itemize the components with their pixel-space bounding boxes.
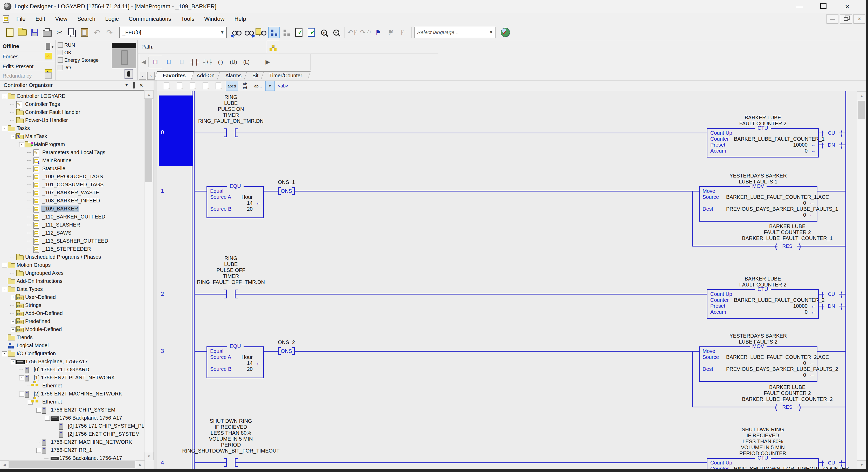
checkbox-ok[interactable] xyxy=(58,50,63,55)
forces-label[interactable]: Forces xyxy=(3,54,19,60)
tree-item-motion-groups[interactable]: -Motion Groups xyxy=(0,261,144,269)
tree-expander-icon[interactable]: - xyxy=(19,142,24,147)
tree-item-logical-model[interactable]: Logical Model xyxy=(0,342,144,350)
tree-item-i-o-configuration[interactable]: -I/O Configuration xyxy=(0,350,144,358)
tree-item--110-barker-outfeed[interactable]: _110_BARKER_OUTFEED xyxy=(0,213,144,221)
menu-view[interactable]: View xyxy=(50,16,72,22)
tree-expander-icon[interactable]: - xyxy=(45,416,50,421)
edits-label[interactable]: Edits Present xyxy=(3,64,33,69)
organizer-vthumb[interactable] xyxy=(145,99,152,182)
tree-item-strings[interactable]: Strings xyxy=(0,301,144,309)
tree-item-1756-en2t-rr-1[interactable]: -1756-EN2T RR_1 xyxy=(0,446,144,454)
tree-expander-icon[interactable]: + xyxy=(11,327,16,332)
tree-expander-icon[interactable]: + xyxy=(11,295,16,300)
ote-coil-button[interactable]: ( ) xyxy=(214,56,227,68)
cut-button[interactable]: ✂ xyxy=(54,26,66,39)
organizer-scroll-left-icon[interactable]: ◀ xyxy=(0,460,9,469)
tree-item--115-stepfeeder[interactable]: _115_STEPFEEDER xyxy=(0,245,144,253)
ons-instruction[interactable] xyxy=(294,187,295,195)
xic-contact[interactable] xyxy=(235,458,236,467)
xio-contact-button[interactable]: ┤/├ xyxy=(201,56,214,68)
tree-item-data-types[interactable]: -Data Types xyxy=(0,286,144,293)
ladder-scroll-down-icon[interactable]: ▼ xyxy=(857,460,866,469)
organizer-close-icon[interactable]: × xyxy=(139,81,143,89)
ladder-vscrollbar[interactable] xyxy=(857,91,866,469)
checkbox-run[interactable] xyxy=(58,42,63,48)
tree-item--109-barker[interactable]: _109_BARKER xyxy=(0,205,144,213)
tree-item-controller-logyard[interactable]: -Controller LOGYARD xyxy=(0,92,144,100)
tree-item--2-1756-en2t-chip-system[interactable]: [2] 1756-EN2T CHIP_SYSTEM xyxy=(0,430,144,438)
browse-tags-button[interactable] xyxy=(255,26,268,39)
copy-button[interactable] xyxy=(66,26,79,39)
tree-item-ungrouped-axes[interactable]: Ungrouped Axes xyxy=(0,269,144,277)
tree-item-add-on-instructions[interactable]: Add-On Instructions xyxy=(0,277,144,286)
tree-item--101-consumed-tags[interactable]: _101_CONSUMED_TAGS xyxy=(0,181,144,189)
tag-combo[interactable]: _FFU[0]▼ xyxy=(119,27,227,38)
tree-expander-icon[interactable]: - xyxy=(36,448,41,453)
paste-button[interactable] xyxy=(79,26,91,39)
rung-number[interactable]: 3 xyxy=(161,348,164,354)
maximize-button[interactable] xyxy=(818,3,829,11)
language-globe-button[interactable] xyxy=(499,26,512,39)
organizer-scroll-right-icon[interactable]: ▶ xyxy=(136,460,145,469)
rung-number[interactable]: 2 xyxy=(161,291,164,297)
tree-item-predefined[interactable]: +Predefined xyxy=(0,318,144,326)
tab-favorites[interactable]: Favorites xyxy=(154,71,194,80)
menu-window[interactable]: Window xyxy=(199,16,229,22)
edit-tag-name-button[interactable]: <ab> xyxy=(276,81,290,91)
tree-expander-icon[interactable]: - xyxy=(19,391,24,396)
rung-number[interactable]: 1 xyxy=(161,187,164,194)
menu-search[interactable]: Search xyxy=(72,16,100,22)
forces-icon[interactable]: ⚡ xyxy=(44,53,52,59)
new-rung-button[interactable]: H xyxy=(149,56,162,68)
xic-contact[interactable] xyxy=(226,128,227,137)
menu-tools[interactable]: Tools xyxy=(176,16,199,22)
tree-item--100-produced-tags[interactable]: _100_PRODUCED_TAGS xyxy=(0,173,144,181)
tree-item-controller-fault-handler[interactable]: Controller Fault Handler xyxy=(0,109,144,117)
tree-item-1756-backplane-1756-a17[interactable]: -1756 Backplane, 1756-A17 xyxy=(0,358,144,366)
xic-contact[interactable] xyxy=(235,290,236,298)
xic-contact[interactable] xyxy=(226,290,227,298)
tree-item-ethernet[interactable]: -Ethernet xyxy=(0,398,144,406)
xic-contact[interactable] xyxy=(226,458,227,467)
checkbox-io[interactable] xyxy=(58,65,63,70)
tree-item-1756-en2t-machine-network[interactable]: 1756-EN2T MACHINE_NETWORK xyxy=(0,438,144,446)
print-button[interactable] xyxy=(41,26,54,39)
tree-item-unscheduled-programs-phases[interactable]: Unscheduled Programs / Phases xyxy=(0,253,144,261)
menu-file[interactable]: File xyxy=(11,16,30,22)
verify-controller-button[interactable] xyxy=(305,26,317,39)
tree-expander-icon[interactable]: - xyxy=(2,351,7,356)
mdi-close-button[interactable]: × xyxy=(854,14,865,24)
wrap-tag-names-button[interactable]: ab cd xyxy=(240,81,251,91)
verify-routine-button[interactable] xyxy=(292,26,305,39)
tabs-scroll-left-icon[interactable]: ‹ xyxy=(139,72,146,80)
tree-expander-icon[interactable]: - xyxy=(11,134,16,139)
tree-item-module-defined[interactable]: +Module-Defined xyxy=(0,326,144,334)
tree-item-statusfile[interactable]: StatusFile xyxy=(0,165,144,173)
tree-expander-icon[interactable]: - xyxy=(19,376,24,380)
tree-item-controller-tags[interactable]: Controller Tags xyxy=(0,100,144,109)
tab-timercounter[interactable]: Timer/Counter xyxy=(261,71,311,80)
undo-button[interactable]: ↶ xyxy=(91,26,103,39)
tree-item-tasks[interactable]: -Tasks xyxy=(0,124,144,132)
tree-expander-icon[interactable]: - xyxy=(11,359,16,364)
show-tag-descriptions-button[interactable]: abcd xyxy=(226,81,238,91)
ons-instruction[interactable] xyxy=(278,187,279,195)
rung-number[interactable]: 4 xyxy=(161,459,164,466)
tree-item-1756-backplane-1756-a17[interactable]: -1756 Backplane, 1756-A17 xyxy=(0,414,144,422)
organizer-menu-icon[interactable]: ▼ xyxy=(125,83,128,87)
who-active-button[interactable] xyxy=(267,41,279,53)
palette-scroll-left-icon[interactable]: ◀ xyxy=(139,56,148,68)
tree-item-trends[interactable]: Trends xyxy=(0,334,144,342)
zoom-in-button[interactable]: + xyxy=(317,26,330,39)
tree-item-user-defined[interactable]: +User-Defined xyxy=(0,293,144,301)
tree-expander-icon[interactable]: + xyxy=(11,319,16,324)
checkbox-energystorage[interactable] xyxy=(58,57,63,63)
tree-item-ethernet[interactable]: Ethernet xyxy=(0,382,144,390)
otl-coil-button[interactable]: (L) xyxy=(240,56,253,68)
controller-mode[interactable]: Offline xyxy=(3,43,19,49)
truncate-tag-names-button[interactable]: ab... xyxy=(252,81,264,91)
menu-help[interactable]: Help xyxy=(229,16,251,22)
organizer-pin-icon[interactable] xyxy=(133,82,135,88)
ladder-vthumb[interactable] xyxy=(858,101,865,119)
